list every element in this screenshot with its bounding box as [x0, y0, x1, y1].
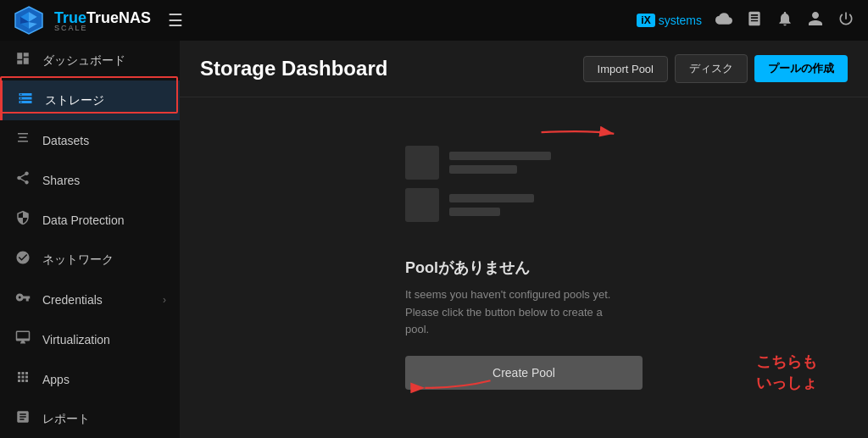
- network-icon: [14, 250, 32, 269]
- sidebar-item-network-label: ネットワーク: [42, 252, 114, 268]
- empty-state: Poolがありません It seems you haven't configur…: [405, 146, 643, 390]
- sidebar-item-shares-label: Shares: [42, 174, 80, 187]
- sidebar: ダッシュボード ストレージ Datasets Shares Data Prote: [0, 41, 180, 438]
- credentials-icon: [14, 290, 32, 309]
- sidebar-item-shares[interactable]: Shares: [0, 160, 180, 200]
- create-pool-main-button[interactable]: Create Pool: [405, 356, 643, 390]
- sidebar-item-storage[interactable]: ストレージ: [0, 80, 180, 120]
- power-icon[interactable]: [837, 10, 854, 31]
- ix-systems-text: systems: [659, 14, 702, 27]
- content-body: Poolがありません It seems you haven't configur…: [180, 97, 868, 438]
- apps-icon: [14, 369, 32, 389]
- cloud-icon[interactable]: [715, 10, 732, 31]
- page-title: Storage Dashboard: [200, 57, 387, 80]
- skeleton-line-1: [449, 152, 551, 160]
- sidebar-item-reports-label: レポート: [42, 412, 90, 427]
- user-icon[interactable]: [807, 10, 824, 31]
- topbar: TrueTrueNAS SCALE ☰ iX systems: [0, 0, 868, 41]
- skeleton-lines-1: [449, 152, 551, 174]
- datasets-icon: [14, 130, 32, 150]
- main-layout: ダッシュボード ストレージ Datasets Shares Data Prote: [0, 41, 868, 438]
- sidebar-item-data-protection-label: Data Protection: [42, 213, 125, 227]
- ix-logo: iX systems: [637, 14, 702, 27]
- data-protection-icon: [14, 210, 32, 230]
- reports-icon: [14, 409, 32, 429]
- skeleton-line-4: [449, 208, 500, 216]
- skeleton-box-1: [405, 146, 439, 180]
- truenas-logo-icon: [14, 5, 44, 36]
- dashboard-icon: [14, 51, 32, 70]
- topbar-right: iX systems: [637, 10, 854, 31]
- sidebar-item-storage-label: ストレージ: [45, 93, 104, 108]
- empty-state-title: Poolがありません: [405, 258, 530, 278]
- logo-sub: SCALE: [54, 24, 151, 32]
- logo-group: TrueTrueNAS SCALE: [54, 9, 151, 32]
- sidebar-item-datasets[interactable]: Datasets: [0, 120, 180, 160]
- virtualization-icon: [14, 330, 32, 349]
- sidebar-item-credentials-label: Credentials: [42, 293, 103, 307]
- create-pool-header-button[interactable]: プールの作成: [754, 55, 848, 82]
- topbar-left: TrueTrueNAS SCALE ☰: [14, 5, 190, 36]
- content-area: Storage Dashboard Import Pool ディスク プールの作…: [180, 41, 868, 438]
- header-actions: Import Pool ディスク プールの作成: [583, 54, 848, 83]
- skeleton-group: [405, 146, 551, 230]
- sidebar-item-virtualization[interactable]: Virtualization: [0, 319, 180, 359]
- shares-icon: [14, 170, 32, 190]
- storage-icon: [16, 91, 35, 110]
- sidebar-item-data-protection[interactable]: Data Protection: [0, 200, 180, 240]
- credentials-chevron-icon: ›: [163, 294, 166, 306]
- empty-state-subtitle: It seems you haven't configured pools ye…: [405, 286, 626, 339]
- sidebar-item-apps[interactable]: Apps: [0, 359, 180, 399]
- skeleton-row-1: [405, 146, 551, 180]
- book-icon[interactable]: [746, 10, 763, 31]
- bell-icon[interactable]: [776, 10, 793, 31]
- skeleton-box-2: [405, 188, 439, 222]
- sidebar-item-datasets-label: Datasets: [42, 134, 89, 147]
- hamburger-button[interactable]: ☰: [161, 7, 190, 34]
- content-header: Storage Dashboard Import Pool ディスク プールの作…: [180, 41, 868, 97]
- import-pool-button[interactable]: Import Pool: [583, 56, 668, 82]
- ix-badge: iX: [637, 14, 654, 27]
- sidebar-item-virtualization-label: Virtualization: [42, 333, 110, 347]
- sidebar-item-dashboard[interactable]: ダッシュボード: [0, 41, 180, 80]
- annotation-text-kochiramo: こちらも いっしょ: [756, 352, 817, 394]
- skeleton-line-2: [449, 165, 517, 174]
- sidebar-item-reports[interactable]: レポート: [0, 399, 180, 438]
- skeleton-line-3: [449, 194, 534, 202]
- skeleton-row-2: [405, 188, 551, 222]
- skeleton-lines-2: [449, 194, 534, 216]
- disk-button[interactable]: ディスク: [675, 54, 748, 83]
- sidebar-item-dashboard-label: ダッシュボード: [42, 53, 125, 69]
- sidebar-item-apps-label: Apps: [42, 373, 70, 386]
- sidebar-item-credentials[interactable]: Credentials ›: [0, 280, 180, 319]
- sidebar-item-network[interactable]: ネットワーク: [0, 240, 180, 280]
